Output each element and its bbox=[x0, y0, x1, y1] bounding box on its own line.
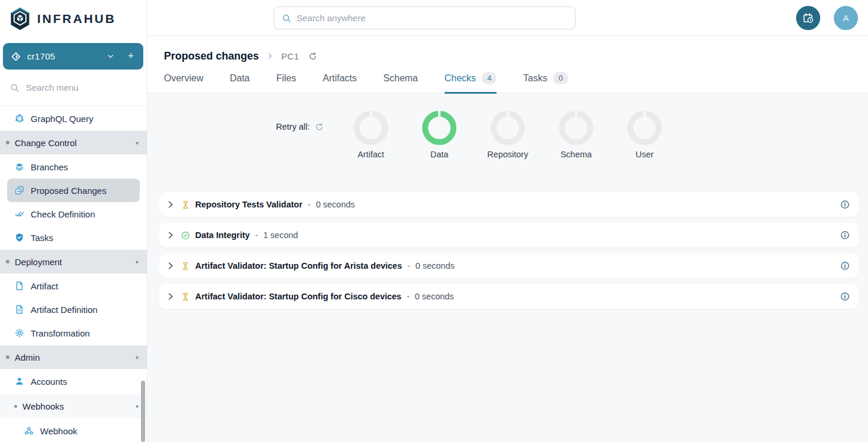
branch-icon bbox=[11, 52, 21, 61]
graphql-icon bbox=[15, 114, 24, 123]
chevron-right-icon bbox=[267, 52, 274, 60]
progress-ring bbox=[627, 111, 662, 145]
sidebar-item-tasks[interactable]: Tasks bbox=[0, 226, 147, 249]
branch-name: cr1705 bbox=[27, 51, 55, 61]
section-label: Admin bbox=[15, 352, 40, 362]
double-check-icon bbox=[15, 209, 24, 219]
sidebar-item-artifact-definition[interactable]: Artifact Definition bbox=[0, 298, 147, 321]
tab-overview[interactable]: Overview bbox=[164, 72, 203, 94]
check-group-artifact[interactable]: Artifact bbox=[337, 111, 405, 159]
info-icon[interactable] bbox=[840, 292, 850, 301]
branch-selector[interactable]: cr1705 + bbox=[3, 43, 143, 70]
main-area: A Proposed changes PC1 Overview Data Fil… bbox=[147, 0, 868, 442]
hourglass-icon bbox=[181, 292, 190, 301]
avatar-initial: A bbox=[843, 13, 849, 23]
sidebar-item-graphql-query[interactable]: GraphQL Query bbox=[0, 107, 147, 130]
gear-icon bbox=[15, 328, 24, 338]
chevron-down-icon[interactable] bbox=[107, 52, 114, 60]
sidebar-item-label: Branches bbox=[31, 162, 68, 172]
tab-checks[interactable]: Checks 4 bbox=[445, 72, 497, 94]
validator-row[interactable]: Artifact Validator: Startup Config for C… bbox=[159, 284, 859, 309]
check-circle-icon bbox=[181, 231, 190, 240]
tasks-count-badge: 0 bbox=[553, 72, 568, 84]
sidebar-scrollbar[interactable] bbox=[141, 381, 145, 442]
tab-files[interactable]: Files bbox=[276, 72, 296, 94]
proposed-changes-icon bbox=[15, 186, 24, 195]
checks-count-badge: 4 bbox=[482, 72, 497, 84]
sidebar-item-proposed-changes[interactable]: Proposed Changes bbox=[7, 179, 140, 202]
brand-name: INFRAHUB bbox=[37, 12, 116, 26]
expand-chevron-icon[interactable] bbox=[166, 262, 175, 270]
sidebar-item-label: Artifact bbox=[31, 281, 58, 291]
check-group-repository[interactable]: Repository bbox=[474, 111, 542, 159]
expand-chevron-icon[interactable] bbox=[166, 231, 175, 239]
progress-ring-active bbox=[422, 111, 456, 145]
webhook-icon bbox=[24, 426, 34, 436]
section-bullet-icon bbox=[6, 260, 9, 263]
info-icon[interactable] bbox=[840, 261, 850, 271]
search-icon bbox=[10, 83, 19, 93]
sidebar-section-webhooks[interactable]: Webhooks ▾ bbox=[0, 394, 147, 418]
info-icon[interactable] bbox=[840, 200, 850, 209]
menu-search[interactable] bbox=[0, 70, 147, 106]
check-group-user[interactable]: User bbox=[610, 111, 679, 159]
expand-chevron-icon[interactable] bbox=[166, 200, 175, 209]
sidebar-item-label: Tasks bbox=[31, 233, 53, 243]
chevron-down-icon: ▾ bbox=[136, 403, 139, 410]
checks-summary: Retry all: Artifact Data Repository bbox=[147, 111, 868, 177]
sidebar-item-label: Webhook bbox=[40, 426, 77, 436]
progress-ring bbox=[491, 111, 525, 145]
validator-list: Repository Tests Validator - 0 seconds D… bbox=[147, 177, 868, 309]
tab-artifacts[interactable]: Artifacts bbox=[323, 72, 357, 94]
sidebar-section-admin[interactable]: Admin ▾ bbox=[0, 345, 147, 369]
check-group-schema[interactable]: Schema bbox=[542, 111, 610, 159]
shield-check-icon bbox=[15, 233, 24, 242]
validator-row[interactable]: Data Integrity - 1 second bbox=[159, 223, 859, 248]
tab-tasks[interactable]: Tasks 0 bbox=[523, 72, 568, 94]
sidebar-item-check-definition[interactable]: Check Definition bbox=[0, 202, 147, 226]
tab-data[interactable]: Data bbox=[230, 72, 250, 94]
refresh-icon[interactable] bbox=[308, 52, 317, 61]
sidebar-section-change-control[interactable]: Change Control ▾ bbox=[0, 131, 147, 154]
logo[interactable]: INFRAHUB bbox=[0, 0, 147, 37]
page-title[interactable]: Proposed changes bbox=[164, 50, 259, 62]
file-icon bbox=[15, 281, 24, 291]
sidebar-item-webhook[interactable]: Webhook bbox=[0, 419, 147, 442]
chevron-down-icon: ▾ bbox=[136, 259, 139, 265]
check-group-rings: Artifact Data Repository Schema User bbox=[337, 111, 679, 159]
global-search[interactable] bbox=[274, 6, 576, 29]
breadcrumb: Proposed changes PC1 bbox=[164, 48, 868, 64]
section-label: Deployment bbox=[15, 257, 62, 267]
check-group-data[interactable]: Data bbox=[405, 111, 474, 159]
sidebar-section-deployment[interactable]: Deployment ▾ bbox=[0, 250, 147, 273]
menu-search-input[interactable] bbox=[26, 83, 126, 93]
branches-layers-icon bbox=[15, 162, 24, 171]
validator-row[interactable]: Repository Tests Validator - 0 seconds bbox=[159, 192, 859, 217]
hourglass-icon bbox=[181, 200, 190, 209]
sidebar-item-label: Transformation bbox=[31, 328, 90, 338]
sidebar-item-branches[interactable]: Branches bbox=[0, 155, 147, 179]
time-travel-button[interactable] bbox=[796, 6, 820, 30]
validator-row[interactable]: Artifact Validator: Startup Config for A… bbox=[159, 253, 859, 278]
sidebar-item-artifact[interactable]: Artifact bbox=[0, 274, 147, 298]
sidebar-item-label: Accounts bbox=[31, 377, 67, 387]
sidebar-item-label: GraphQL Query bbox=[31, 114, 93, 124]
infrahub-app: INFRAHUB cr1705 + bbox=[0, 0, 868, 442]
info-icon[interactable] bbox=[840, 230, 850, 240]
user-icon bbox=[15, 377, 24, 386]
calendar-clock-icon bbox=[803, 12, 814, 24]
section-label: Change Control bbox=[15, 138, 77, 148]
hourglass-icon bbox=[181, 262, 190, 271]
retry-refresh-icon[interactable] bbox=[315, 123, 324, 131]
sidebar-menu: GraphQL Query Change Control ▾ Branches … bbox=[0, 106, 147, 442]
sidebar-item-transformation[interactable]: Transformation bbox=[0, 321, 147, 345]
add-branch-button[interactable]: + bbox=[126, 50, 135, 62]
expand-chevron-icon[interactable] bbox=[166, 292, 175, 301]
global-search-input[interactable] bbox=[297, 13, 567, 23]
sidebar: INFRAHUB cr1705 + bbox=[0, 0, 147, 442]
section-bullet-icon bbox=[6, 141, 9, 144]
sidebar-item-label: Check Definition bbox=[31, 209, 95, 219]
avatar[interactable]: A bbox=[834, 6, 858, 30]
sidebar-item-accounts[interactable]: Accounts bbox=[0, 370, 147, 393]
tab-schema[interactable]: Schema bbox=[383, 72, 418, 94]
